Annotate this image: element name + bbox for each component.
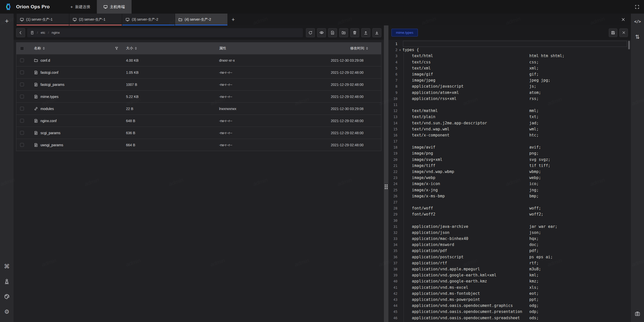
column-header-name[interactable]: 名称	[34, 46, 45, 51]
refresh-button[interactable]	[306, 28, 315, 37]
editor-line[interactable]: 47 application/vnd.oasis.opendocument.te…	[388, 321, 631, 322]
theme-button[interactable]	[3, 292, 11, 301]
nav-new-connection[interactable]: + 新建连接	[64, 0, 97, 14]
file-row[interactable]: uwsgi_params 664 B -rw-r--r-- 2021-12-29…	[16, 139, 381, 151]
back-button[interactable]	[16, 28, 25, 37]
row-checkbox[interactable]	[20, 107, 24, 111]
delete-button[interactable]	[350, 28, 359, 37]
editor-line[interactable]: 5 text/xml xml;	[388, 65, 631, 71]
editor-line[interactable]: 35 application/pdf pdf;	[388, 248, 631, 254]
editor-line[interactable]: 11	[388, 102, 631, 108]
editor-line[interactable]: 21 image/tiff tif tiff;	[388, 163, 631, 169]
breadcrumb[interactable]: / etc / nginx	[27, 28, 303, 37]
editor-line[interactable]: 7 image/jpeg jpeg jpg;	[388, 77, 631, 83]
file-row[interactable]: modules 22 B lrwxrwxrwx 2021-12-30 03:29…	[16, 102, 381, 115]
editor-line[interactable]: 36 application/postscript ps eps ai;	[388, 254, 631, 260]
editor-line[interactable]: 26 image/x-ms-bmp bmp;	[388, 193, 631, 199]
editor-line[interactable]: 27	[388, 199, 631, 205]
save-file-button[interactable]	[609, 28, 617, 37]
file-row[interactable]: nginx.conf 648 B -rw-r--r-- 2021-12-29 0…	[16, 115, 381, 127]
editor-line[interactable]: 34 application/msword doc;	[388, 242, 631, 248]
file-row[interactable]: scgi_params 636 B -rw-r--r-- 2021-12-29 …	[16, 127, 381, 139]
editor-line[interactable]: 1	[388, 41, 631, 47]
open-file-tab[interactable]: mime.types	[391, 29, 418, 37]
sort-mtime-control[interactable]	[366, 47, 368, 50]
breadcrumb-segment-etc[interactable]: etc	[41, 31, 45, 34]
editor-line[interactable]: 24 image/x-icon ico;	[388, 181, 631, 187]
editor-line[interactable]: 17	[388, 138, 631, 144]
editor-line[interactable]: 28 font/woff woff;	[388, 205, 631, 211]
file-transfer-button[interactable]: ⇅	[633, 33, 642, 41]
close-all-tabs-button[interactable]	[619, 15, 627, 24]
command-snippets-button[interactable]: </>	[633, 17, 642, 26]
sort-name-control[interactable]	[43, 47, 45, 50]
show-hidden-files-button[interactable]	[317, 28, 326, 37]
new-tab-button[interactable]: +	[3, 17, 11, 25]
editor-line[interactable]: 38 application/vnd.apple.mpegurl m3u8;	[388, 266, 631, 272]
column-header-size[interactable]: 大小	[126, 46, 137, 51]
filter-button[interactable]	[115, 47, 118, 50]
editor-line[interactable]: 10 application/rss+xml rss;	[388, 96, 631, 102]
editor-line[interactable]: 42 application/vnd.ms-fontobject eot;	[388, 291, 631, 297]
editor-line[interactable]: 25 image/x-jng jng;	[388, 187, 631, 193]
terminal-tab[interactable]: (1) server-生产-1	[17, 14, 69, 25]
editor-line[interactable]: 43 application/vnd.ms-powerpoint ppt;	[388, 297, 631, 303]
editor-line[interactable]: 8 application/javascript js;	[388, 83, 631, 89]
editor-line[interactable]: 9 application/atom+xml atom;	[388, 90, 631, 96]
screenshot-button[interactable]	[633, 309, 642, 318]
fold-chevron-icon[interactable]: ∨	[397, 48, 403, 52]
download-button[interactable]	[372, 28, 381, 37]
row-checkbox[interactable]	[20, 143, 24, 147]
editor-line[interactable]: 45 application/vnd.oasis.opendocument.pr…	[388, 309, 631, 315]
editor-line[interactable]: 12 text/mathml mml;	[388, 108, 631, 114]
editor-line[interactable]: 22 image/vnd.wap.wbmp wbmp;	[388, 169, 631, 175]
editor-line[interactable]: 3 text/html html htm shtml;	[388, 53, 631, 59]
editor-line[interactable]: 6 image/gif gif;	[388, 71, 631, 77]
close-editor-button[interactable]	[619, 28, 628, 37]
new-file-button[interactable]	[328, 28, 337, 37]
terminal-tab[interactable]: (4) server-生产-2	[175, 14, 227, 25]
upload-button[interactable]	[361, 28, 370, 37]
editor-line[interactable]: 37 application/rtf rtf;	[388, 260, 631, 266]
terminal-tab[interactable]: (2) server-生产-1	[69, 14, 122, 25]
editor-line[interactable]: 30	[388, 217, 631, 223]
editor-line[interactable]: 2 ∨ types {	[388, 47, 631, 53]
row-checkbox[interactable]	[20, 131, 24, 135]
settings-button[interactable]: ⚙	[3, 307, 11, 316]
editor-line[interactable]: 33 application/mac-binhex40 hqx;	[388, 236, 631, 242]
row-checkbox[interactable]	[20, 83, 24, 86]
editor-line[interactable]: 46 application/vnd.oasis.opendocument.sp…	[388, 315, 631, 321]
file-row[interactable]: mime.types 5.22 KB -rw-r--r-- 2021-12-29…	[16, 90, 381, 102]
code-editor[interactable]: 1 2 ∨ types { 3 text/html html htm shtml…	[388, 40, 631, 322]
editor-line[interactable]: 23 image/webp webp;	[388, 175, 631, 181]
row-checkbox[interactable]	[20, 58, 24, 62]
file-row[interactable]: conf.d 4.00 KB drwxr-xr-x 2021-12-30 03:…	[16, 54, 381, 66]
breadcrumb-segment-nginx[interactable]: nginx	[52, 31, 60, 34]
file-row[interactable]: fastcgi_params 1007 B -rw-r--r-- 2021-12…	[16, 78, 381, 90]
identity-button[interactable]	[3, 277, 11, 286]
column-header-mtime[interactable]: 修改时间	[325, 46, 381, 51]
panel-resize-handle[interactable]	[384, 25, 388, 322]
terminal-tab[interactable]: (3) server-生产-2	[122, 14, 175, 25]
editor-line[interactable]: 31 application/java-archive jar war ear;	[388, 224, 631, 230]
editor-line[interactable]: 20 image/svg+xml svg svgz;	[388, 157, 631, 163]
row-checkbox[interactable]	[20, 119, 24, 123]
new-folder-button[interactable]	[339, 28, 348, 37]
sort-size-control[interactable]	[135, 47, 137, 50]
editor-line[interactable]: 13 text/plain txt;	[388, 114, 631, 120]
editor-line[interactable]: 32 application/json json;	[388, 230, 631, 236]
editor-line[interactable]: 16 text/x-component htc;	[388, 132, 631, 138]
file-row[interactable]: fastcgi.conf 1.05 KB -rw-r--r-- 2021-12-…	[16, 66, 381, 78]
shortcuts-button[interactable]: ⌘	[3, 262, 11, 271]
select-all-checkbox[interactable]	[20, 47, 24, 50]
editor-line[interactable]: 44 application/vnd.oasis.opendocument.gr…	[388, 303, 631, 309]
fullscreen-button[interactable]	[632, 2, 642, 12]
editor-line[interactable]: 41 application/vnd.ms-excel xls;	[388, 284, 631, 291]
editor-line[interactable]: 40 application/vnd.google-earth.kmz kmz;	[388, 278, 631, 284]
nav-host-terminal[interactable]: 主机终端	[97, 0, 132, 14]
editor-line[interactable]: 29 font/woff2 woff2;	[388, 211, 631, 217]
editor-line[interactable]: 15 text/vnd.wap.wml wml;	[388, 126, 631, 132]
editor-line[interactable]: 39 application/vnd.google-earth.kml+xml …	[388, 272, 631, 278]
editor-line[interactable]: 19 image/png png;	[388, 150, 631, 156]
editor-scrollbar-thumb[interactable]	[628, 41, 630, 49]
